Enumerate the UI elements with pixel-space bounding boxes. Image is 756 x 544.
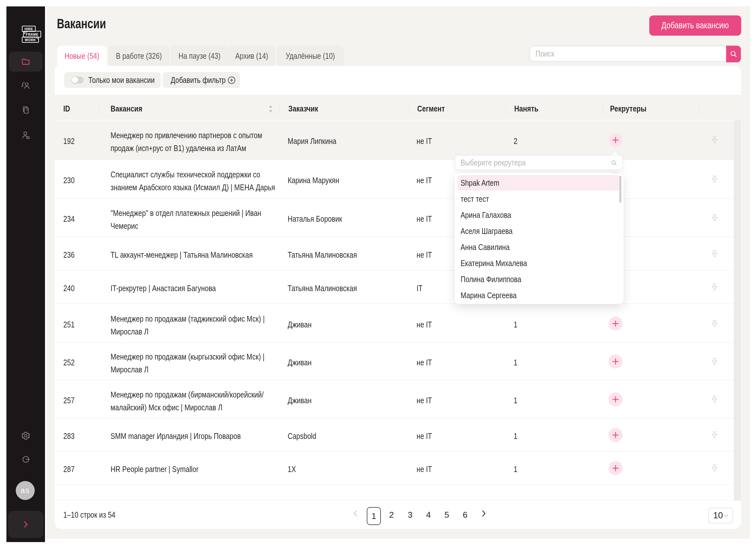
svg-text:HIRE: HIRE [24, 27, 33, 31]
svg-text:FRAME: FRAME [26, 32, 38, 36]
svg-text:WORK: WORK [25, 38, 36, 42]
